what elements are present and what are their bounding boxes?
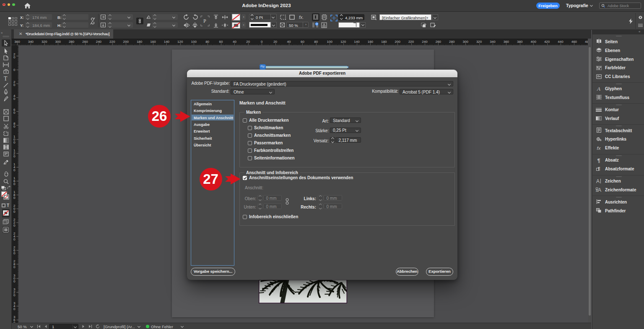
- svg-text:P: P: [203, 18, 206, 24]
- svg-text:T: T: [4, 76, 8, 81]
- svg-text:A: A: [596, 179, 600, 183]
- svg-text:¶: ¶: [598, 167, 600, 171]
- svg-text:100: 100: [3, 163, 6, 164]
- svg-text:A: A: [598, 187, 601, 192]
